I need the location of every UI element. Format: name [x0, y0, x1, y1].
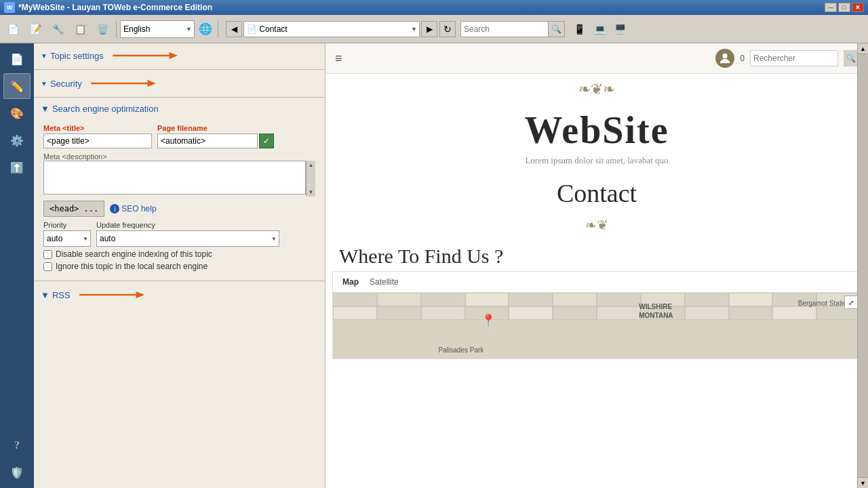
preview-map-area: Map Satellite	[332, 271, 861, 359]
seo-content: Meta <title> Page filename ✓ Meta <descr…	[34, 119, 325, 279]
cart-count-label: 0	[740, 54, 745, 63]
rechercher-search-button[interactable]: 🔍	[844, 50, 859, 66]
search-button[interactable]: 🔍	[549, 21, 565, 37]
map-cell	[421, 306, 465, 320]
ignore-local-search-label[interactable]: Ignore this topic in the local search en…	[56, 262, 208, 271]
map-expand-button[interactable]: ⤢	[844, 296, 858, 309]
seo-label: Search engine optimization	[52, 104, 159, 114]
page-filename-confirm-button[interactable]: ✓	[259, 134, 274, 148]
tablet-view-button[interactable]: 💻	[590, 20, 609, 38]
priority-select-wrapper: auto low medium high	[43, 230, 91, 247]
map-tab-map[interactable]: Map	[340, 276, 361, 288]
meta-title-label: Meta <title>	[43, 124, 152, 132]
map-content: WILSHIRE MONTANA Bergamot Station Palisa…	[333, 293, 861, 359]
preview-site-subtitle: Lorem ipsum dolor sit amet, lavabat quo	[326, 155, 868, 173]
rss-arrow-icon: ▼	[41, 290, 50, 300]
properties-btn[interactable]: 🔧	[47, 19, 68, 39]
web-preview: ≡ 0 🔍 ❧❦❧ WebSite Lorem	[326, 43, 868, 488]
page-select[interactable]: 📄 Contact	[243, 21, 420, 37]
map-pin-icon: 📍	[481, 313, 496, 328]
page-filename-input[interactable]	[157, 134, 258, 148]
copy-btn[interactable]: 📋	[70, 19, 90, 39]
right-panel: ≡ 0 🔍 ❧❦❧ WebSite Lorem	[326, 43, 868, 488]
head-button[interactable]: <head> ...	[43, 201, 104, 217]
close-button[interactable]: ✕	[852, 3, 864, 12]
back-button[interactable]: ◀	[226, 21, 242, 37]
info-icon: i	[110, 204, 119, 214]
meta-description-textarea[interactable]	[43, 161, 306, 195]
sidebar-icon-edit[interactable]: ✏️	[3, 73, 31, 99]
disable-indexing-checkbox[interactable]	[43, 250, 52, 259]
main-layout: 📄 ✏️ 🎨 ⚙️ ⬆️ ? 🛡️ ▼ Topic settings ▼ Sec	[0, 43, 868, 488]
separator2	[218, 21, 218, 37]
sidebar-icons: 📄 ✏️ 🎨 ⚙️ ⬆️ ? 🛡️	[0, 43, 34, 488]
globe-button[interactable]: 🌐	[197, 20, 214, 38]
page-filename-col: Page filename ✓	[157, 124, 274, 148]
preview-section-title: Where To Find Us ?	[326, 237, 868, 271]
sidebar-icon-shield[interactable]: 🛡️	[3, 460, 31, 485]
svg-marker-5	[136, 291, 144, 298]
preview-hamburger-icon[interactable]: ≡	[335, 52, 342, 66]
maximize-button[interactable]: □	[838, 3, 850, 12]
map-cell	[553, 293, 597, 306]
sidebar-icon-pages[interactable]: 📄	[3, 46, 31, 72]
priority-label: Priority	[43, 221, 91, 229]
mobile-view-button[interactable]: 📱	[570, 20, 589, 38]
meta-title-row: Meta <title> Page filename ✓	[43, 124, 315, 148]
preview-nav-right: 0 🔍	[715, 49, 859, 68]
search-input[interactable]	[460, 21, 549, 37]
priority-select[interactable]: auto low medium high	[43, 230, 91, 247]
scroll-down-arrow[interactable]: ▼	[309, 189, 314, 195]
map-tab-satellite[interactable]: Satellite	[367, 276, 401, 288]
view-mode-buttons: 📱 💻 🖥️	[570, 20, 629, 38]
arrow-svg-2	[88, 76, 156, 91]
map-cell	[465, 293, 509, 306]
frequency-select[interactable]: auto always hourly daily weekly monthly …	[96, 230, 279, 247]
map-cell	[772, 306, 816, 320]
scroll-up-arrow[interactable]: ▲	[309, 162, 314, 168]
sidebar-icon-theme[interactable]: 🎨	[3, 100, 31, 126]
meta-title-input[interactable]	[43, 134, 152, 148]
scroll-track	[858, 54, 868, 477]
sidebar-icon-help[interactable]: ?	[3, 432, 31, 458]
priority-col: Priority auto low medium high	[43, 221, 91, 247]
security-header[interactable]: ▼ Security	[34, 71, 325, 96]
right-scrollbar: ▲ ▼	[857, 43, 868, 488]
forward-button[interactable]: ▶	[421, 21, 437, 37]
user-svg-icon	[719, 52, 731, 64]
app-icon: W	[4, 2, 15, 13]
page-filename-input-row: ✓	[157, 134, 274, 148]
divider3	[34, 281, 325, 281]
pages-toolbar-btn[interactable]: 📄	[3, 19, 23, 39]
meta-description-label: Meta <description>	[43, 152, 315, 161]
rss-header[interactable]: ▼ RSS	[34, 283, 325, 307]
map-label-palisades: Palisades Park	[439, 346, 484, 354]
scroll-down-btn[interactable]: ▼	[858, 477, 868, 488]
security-label: Security	[50, 79, 82, 89]
map-cell	[509, 306, 553, 320]
desktop-view-button[interactable]: 🖥️	[610, 20, 629, 38]
disable-indexing-label[interactable]: Disable search engine indexing of this t…	[56, 249, 212, 259]
ignore-local-search-checkbox[interactable]	[43, 262, 52, 271]
seo-header[interactable]: ▼ Search engine optimization	[34, 99, 325, 119]
toolbar: 📄 📝 🔧 📋 🗑️ English 🌐 ◀ 📄 Contact ▶ ↻ 🔍 📱…	[0, 15, 868, 43]
arrow-svg-3	[77, 287, 144, 302]
checkbox1-row: Disable search engine indexing of this t…	[43, 249, 315, 259]
language-select[interactable]: English	[120, 20, 195, 38]
sidebar-icon-settings[interactable]: ⚙️	[3, 127, 31, 153]
scroll-up-btn[interactable]: ▲	[858, 43, 868, 54]
seo-help-link[interactable]: i SEO help	[110, 204, 156, 214]
delete-btn[interactable]: 🗑️	[92, 19, 113, 39]
meta-description-wrapper: ▲ ▼	[43, 161, 315, 197]
map-cell	[685, 306, 729, 320]
sidebar-icon-publish[interactable]: ⬆️	[3, 155, 31, 180]
new-page-btn[interactable]: 📝	[25, 19, 45, 39]
rechercher-input[interactable]	[750, 50, 838, 66]
rss-label: RSS	[52, 290, 71, 300]
refresh-button[interactable]: ↻	[439, 21, 456, 37]
left-panel: ▼ Topic settings ▼ Security	[34, 43, 326, 488]
map-cell	[729, 306, 773, 320]
topic-settings-header[interactable]: ▼ Topic settings	[34, 43, 325, 68]
minimize-button[interactable]: ─	[825, 3, 837, 12]
map-cell	[597, 306, 641, 320]
